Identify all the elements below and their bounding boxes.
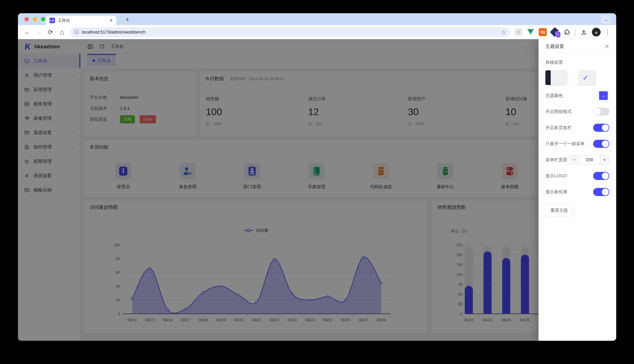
new-tab-button[interactable]: + [126, 16, 130, 23]
toggle-on[interactable] [593, 140, 609, 148]
toggle-on[interactable] [593, 172, 609, 180]
drawer-row-label: 显示LOGO [546, 173, 567, 179]
theme-color-swatch: ⌄ [599, 91, 608, 100]
drawer-title: 主题设置 [546, 43, 564, 50]
style-section-label: 风格设置 [546, 60, 609, 65]
modal-overlay[interactable] [18, 39, 616, 341]
downloads-icon[interactable] [580, 28, 588, 36]
tab-close-icon[interactable]: ✕ [109, 18, 113, 23]
drawer-close-icon[interactable]: ✕ [605, 43, 609, 50]
zoom-window-button[interactable] [41, 17, 45, 21]
drawer-row-4: 显示LOGO [546, 168, 609, 184]
reload-icon[interactable]: ⟳ [46, 27, 56, 37]
browser-window: LA 工作台 ✕ + ⌄ ← → ⟳ ⌂ ⓘ localhost:5173/ad… [18, 13, 616, 341]
browser-tab[interactable]: LA 工作台 ✕ [46, 16, 116, 25]
theme-settings-drawer: 主题设置 ✕ 风格设置 ✓ 主题颜色 ⌄ 开启黑暗模式开启多页签栏只展开一个一级… [538, 39, 616, 341]
toggle-on[interactable] [593, 188, 609, 196]
tab-search-chevron-icon[interactable]: ⌄ [601, 15, 611, 24]
page-info-icon[interactable]: ⓘ [74, 29, 79, 35]
url-text[interactable]: localhost:5173/admin/workbench [82, 30, 498, 34]
address-bar[interactable]: ⓘ localhost:5173/admin/workbench ☆ [70, 27, 510, 37]
traffic-lights [24, 17, 45, 21]
back-icon[interactable]: ← [22, 27, 32, 37]
browser-toolbar: ← → ⟳ ⌂ ⓘ localhost:5173/admin/workbench… [18, 25, 616, 39]
reset-theme-button[interactable]: 重置主题 [546, 204, 573, 216]
drawer-row-1: 开启多页签栏 [546, 120, 609, 136]
drawer-row-label: 开启黑暗模式 [546, 109, 572, 115]
drawer-row-label: 只展开一个一级菜单 [546, 141, 585, 147]
toolbar-divider [575, 29, 576, 36]
extensions-area: ⚛ SQ 5 [513, 28, 612, 36]
profile-avatar[interactable] [592, 28, 600, 36]
stepper-value[interactable]: 200 [579, 155, 600, 164]
stepper-minus-button[interactable]: − [570, 155, 579, 164]
browser-tabstrip: LA 工作台 ✕ + ⌄ [18, 13, 616, 25]
drawer-row-label: 开启多页签栏 [546, 125, 572, 131]
extension-badge: 5 [556, 32, 561, 38]
theme-color-picker[interactable]: ⌄ [598, 90, 609, 102]
forward-icon[interactable]: → [34, 27, 44, 37]
site-favicon: LA [50, 18, 55, 23]
tab-title: 工作台 [58, 18, 106, 23]
selected-style-check-icon: ✓ [582, 74, 588, 82]
style-option-light-sidebar[interactable]: ✓ [574, 70, 596, 85]
style-option-dark-sidebar[interactable] [546, 70, 567, 85]
web-page: K likeadmin 工作台 用户管理 应用管理 财务管理 装修管理 渠道设置… [18, 39, 616, 341]
vue-logo [527, 29, 534, 35]
menu-width-stepper: − 200 + [570, 155, 609, 165]
extensions-puzzle-icon[interactable] [563, 28, 571, 36]
theme-color-label: 主题颜色 [546, 93, 563, 98]
react-devtools-icon[interactable]: ⚛ [514, 28, 522, 36]
drawer-row-5: 显示面包屑 [546, 184, 609, 200]
drawer-row-2: 只展开一个一级菜单 [546, 136, 609, 152]
home-icon[interactable]: ⌂ [57, 27, 67, 37]
drawer-row-label: 菜单栏宽度 [546, 157, 567, 163]
drawer-row-3: 菜单栏宽度 − 200 + [546, 152, 609, 168]
close-window-button[interactable] [24, 17, 29, 21]
purple-extension-icon[interactable]: 5 [551, 28, 559, 36]
drawer-row-0: 开启黑暗模式 [546, 104, 609, 120]
vue-devtools-icon[interactable] [526, 28, 535, 36]
stepper-plus-button[interactable]: + [600, 155, 609, 164]
minimize-window-button[interactable] [33, 17, 37, 21]
toggle-on[interactable] [593, 124, 609, 132]
browser-menu-icon[interactable]: ⋮ [605, 29, 610, 36]
sq-extension-icon[interactable]: SQ [539, 28, 547, 36]
drawer-row-label: 显示面包屑 [546, 189, 567, 195]
toggle-off[interactable] [593, 108, 609, 116]
bookmark-star-icon[interactable]: ☆ [501, 29, 506, 35]
